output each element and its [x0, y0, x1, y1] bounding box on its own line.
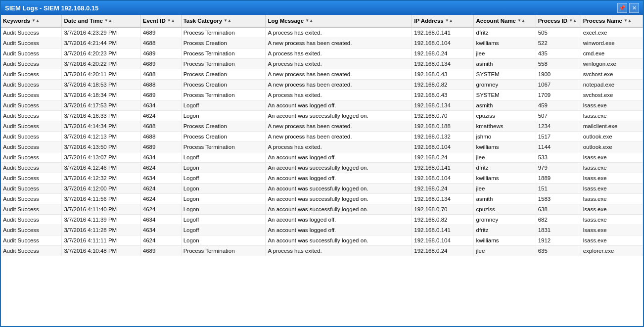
- cell-processname: lsass.exe: [581, 225, 643, 235]
- cell-taskcategory: Process Termination: [181, 27, 266, 38]
- cell-datetime: 3/7/2016 4:13:07 PM: [62, 152, 140, 163]
- cell-accountname: jlee: [474, 48, 536, 59]
- col-header-datetime[interactable]: Date and Time ▼▲: [62, 15, 140, 27]
- cell-processid: 1900: [536, 69, 581, 80]
- table-row[interactable]: Audit Success3/7/2016 4:21:44 PM4688Proc…: [1, 38, 643, 48]
- col-label-keywords: Keywords: [3, 18, 30, 24]
- cell-ipaddress: 192.168.0.43: [412, 90, 474, 100]
- sort-icon-accountname: ▼▲: [517, 19, 525, 23]
- cell-keywords: Audit Success: [1, 27, 62, 38]
- col-header-processname[interactable]: Process Name ▼▲: [581, 15, 643, 27]
- sort-icon-datetime: ▼▲: [104, 19, 112, 23]
- cell-logmessage: An account was successfully logged on.: [266, 111, 412, 121]
- cell-eventid: 4624: [140, 194, 181, 204]
- cell-processid: 558: [536, 59, 581, 69]
- cell-datetime: 3/7/2016 4:17:53 PM: [62, 100, 140, 111]
- table-row[interactable]: Audit Success3/7/2016 4:20:22 PM4689Proc…: [1, 59, 643, 69]
- cell-logmessage: A process has exited.: [266, 246, 412, 256]
- table-row[interactable]: Audit Success3/7/2016 4:11:39 PM4634Logo…: [1, 215, 643, 225]
- table-row[interactable]: Audit Success3/7/2016 4:12:00 PM4624Logo…: [1, 184, 643, 194]
- cell-eventid: 4689: [140, 59, 181, 69]
- table-container[interactable]: Keywords ▼▲ Date and Time ▼▲ Event ID: [1, 15, 643, 326]
- sort-icon-ipaddress: ▼▲: [445, 19, 453, 23]
- col-label-processname: Process Name: [583, 18, 622, 24]
- table-row[interactable]: Audit Success3/7/2016 4:18:34 PM4689Proc…: [1, 90, 643, 100]
- cell-datetime: 3/7/2016 4:13:50 PM: [62, 142, 140, 152]
- table-row[interactable]: Audit Success3/7/2016 4:23:29 PM4689Proc…: [1, 27, 643, 38]
- cell-processname: explorer.exe: [581, 246, 643, 256]
- cell-taskcategory: Process Creation: [181, 121, 266, 132]
- cell-eventid: 4688: [140, 80, 181, 90]
- table-row[interactable]: Audit Success3/7/2016 4:12:46 PM4624Logo…: [1, 163, 643, 173]
- table-row[interactable]: Audit Success3/7/2016 4:20:11 PM4688Proc…: [1, 69, 643, 80]
- col-header-keywords[interactable]: Keywords ▼▲: [1, 15, 62, 27]
- cell-taskcategory: Process Creation: [181, 132, 266, 142]
- close-button[interactable]: ✕: [629, 3, 639, 13]
- table-row[interactable]: Audit Success3/7/2016 4:12:13 PM4688Proc…: [1, 132, 643, 142]
- cell-eventid: 4634: [140, 215, 181, 225]
- cell-logmessage: A process has exited.: [266, 90, 412, 100]
- cell-logmessage: A new process has been created.: [266, 121, 412, 132]
- col-header-processid[interactable]: Process ID ▼▲: [536, 15, 581, 27]
- cell-datetime: 3/7/2016 4:12:13 PM: [62, 132, 140, 142]
- table-row[interactable]: Audit Success3/7/2016 4:13:50 PM4689Proc…: [1, 142, 643, 152]
- cell-processid: 638: [536, 204, 581, 215]
- table-row[interactable]: Audit Success3/7/2016 4:11:11 PM4624Logo…: [1, 235, 643, 246]
- col-header-taskcategory[interactable]: Task Category ▼▲: [181, 15, 266, 27]
- col-label-ipaddress: IP Address: [414, 18, 443, 24]
- cell-datetime: 3/7/2016 4:11:28 PM: [62, 225, 140, 235]
- cell-keywords: Audit Success: [1, 59, 62, 69]
- cell-keywords: Audit Success: [1, 215, 62, 225]
- table-row[interactable]: Audit Success3/7/2016 4:11:28 PM4634Logo…: [1, 225, 643, 235]
- table-row[interactable]: Audit Success3/7/2016 4:20:23 PM4689Proc…: [1, 48, 643, 59]
- cell-processname: lsass.exe: [581, 152, 643, 163]
- cell-accountname: kwilliams: [474, 142, 536, 152]
- cell-processname: outlook.exe: [581, 142, 643, 152]
- table-body: Audit Success3/7/2016 4:23:29 PM4689Proc…: [1, 27, 643, 256]
- cell-taskcategory: Logoff: [181, 152, 266, 163]
- table-row[interactable]: Audit Success3/7/2016 4:10:48 PM4689Proc…: [1, 246, 643, 256]
- cell-datetime: 3/7/2016 4:10:48 PM: [62, 246, 140, 256]
- cell-logmessage: A process has exited.: [266, 59, 412, 69]
- table-row[interactable]: Audit Success3/7/2016 4:11:56 PM4624Logo…: [1, 194, 643, 204]
- table-row[interactable]: Audit Success3/7/2016 4:17:53 PM4634Logo…: [1, 100, 643, 111]
- col-label-processid: Process ID: [538, 18, 567, 24]
- table-row[interactable]: Audit Success3/7/2016 4:18:53 PM4688Proc…: [1, 80, 643, 90]
- cell-keywords: Audit Success: [1, 90, 62, 100]
- table-row[interactable]: Audit Success3/7/2016 4:14:34 PM4688Proc…: [1, 121, 643, 132]
- cell-ipaddress: 192.168.0.141: [412, 225, 474, 235]
- cell-datetime: 3/7/2016 4:11:56 PM: [62, 194, 140, 204]
- cell-taskcategory: Logoff: [181, 225, 266, 235]
- cell-eventid: 4624: [140, 184, 181, 194]
- cell-processid: 522: [536, 38, 581, 48]
- cell-processid: 1234: [536, 121, 581, 132]
- col-label-taskcategory: Task Category: [184, 18, 222, 24]
- cell-ipaddress: 192.168.0.132: [412, 132, 474, 142]
- cell-processname: lsass.exe: [581, 235, 643, 246]
- cell-accountname: SYSTEM: [474, 90, 536, 100]
- pin-button[interactable]: 📌: [617, 3, 627, 13]
- table-row[interactable]: Audit Success3/7/2016 4:11:40 PM4624Logo…: [1, 204, 643, 215]
- cell-accountname: cpuziss: [474, 204, 536, 215]
- table-row[interactable]: Audit Success3/7/2016 4:12:32 PM4634Logo…: [1, 173, 643, 184]
- col-header-ipaddress[interactable]: IP Address ▼▲: [412, 15, 474, 27]
- cell-eventid: 4689: [140, 246, 181, 256]
- cell-eventid: 4688: [140, 121, 181, 132]
- cell-processname: cmd.exe: [581, 48, 643, 59]
- cell-processname: lsass.exe: [581, 204, 643, 215]
- cell-eventid: 4634: [140, 100, 181, 111]
- cell-accountname: jlee: [474, 152, 536, 163]
- col-header-eventid[interactable]: Event ID ▼▲: [140, 15, 181, 27]
- cell-taskcategory: Logon: [181, 194, 266, 204]
- col-header-accountname[interactable]: Account Name ▼▲: [474, 15, 536, 27]
- cell-eventid: 4634: [140, 225, 181, 235]
- cell-datetime: 3/7/2016 4:21:44 PM: [62, 38, 140, 48]
- cell-processname: lsass.exe: [581, 194, 643, 204]
- cell-datetime: 3/7/2016 4:14:34 PM: [62, 121, 140, 132]
- cell-eventid: 4624: [140, 163, 181, 173]
- table-row[interactable]: Audit Success3/7/2016 4:16:33 PM4624Logo…: [1, 111, 643, 121]
- sort-icon-eventid: ▼▲: [167, 19, 175, 23]
- cell-ipaddress: 192.168.0.104: [412, 38, 474, 48]
- col-header-logmessage[interactable]: Log Message ▼▲: [266, 15, 412, 27]
- table-row[interactable]: Audit Success3/7/2016 4:13:07 PM4634Logo…: [1, 152, 643, 163]
